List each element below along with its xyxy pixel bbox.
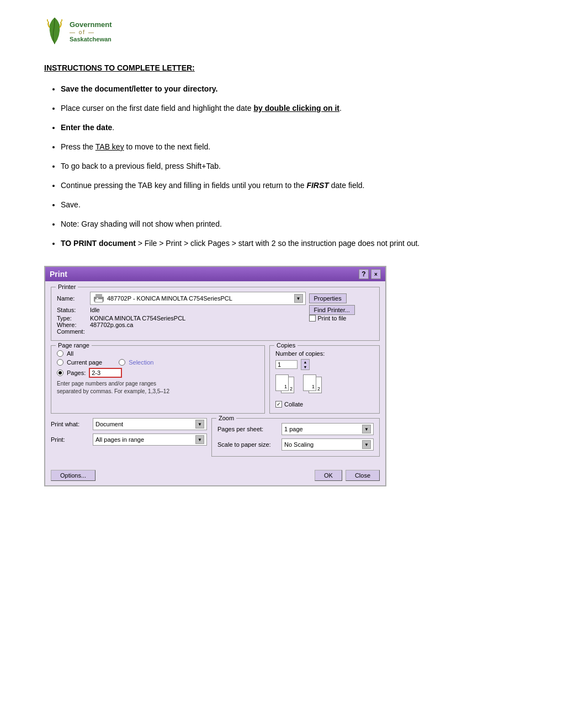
- print-row: Print: All pages in range ▼: [51, 433, 207, 446]
- item-6-emphasis: FIRST: [306, 181, 328, 190]
- page-range-label: Page range: [56, 342, 92, 349]
- close-dialog-button[interactable]: Close: [346, 470, 380, 481]
- printer-name-dropdown[interactable]: 487702P - KONICA MINOLTA C754SeriesPCL ▼: [90, 292, 306, 305]
- copy-icon-group-2: 2 1: [303, 374, 331, 397]
- print-what-label: Print what:: [51, 421, 89, 427]
- print-what-section: Print what: Document ▼ Print: All pages …: [51, 418, 207, 457]
- pages-per-sheet-arrow[interactable]: ▼: [362, 425, 371, 433]
- print-what-value: Document: [95, 421, 123, 427]
- comment-label: Comment:: [57, 328, 90, 335]
- collate-label: Collate: [284, 401, 303, 408]
- scale-value: No Scaling: [284, 441, 314, 448]
- list-item: Note: Gray shading will not show when pr…: [61, 218, 519, 230]
- copy-icon-group: 2 1 2 1: [275, 374, 331, 397]
- pages-row: Pages:: [57, 368, 259, 378]
- copies-group-label: Copies: [274, 342, 298, 349]
- item-4-emphasis: TAB key: [95, 142, 124, 151]
- pages-per-sheet-row: Pages per sheet: 1 page ▼: [217, 423, 374, 435]
- scale-label: Scale to paper size:: [217, 441, 278, 448]
- list-item: To go back to a previous field, press Sh…: [61, 160, 519, 172]
- titlebar-buttons: ? ×: [359, 269, 381, 279]
- spin-down[interactable]: ▼: [301, 365, 309, 370]
- pages-input-wrapper: [89, 368, 122, 378]
- pages-hint: Enter page numbers and/or page rangessep…: [57, 380, 259, 395]
- svg-rect-3: [97, 298, 98, 299]
- pages-radio[interactable]: [57, 370, 63, 376]
- dialog-titlebar: Print ? ×: [45, 267, 385, 281]
- all-label: All: [67, 350, 73, 357]
- status-value: Idle: [90, 305, 306, 315]
- print-what-dropdown[interactable]: Document ▼: [93, 418, 207, 430]
- pages-per-sheet-label: Pages per sheet:: [217, 426, 278, 432]
- print-to-file-label: Print to file: [318, 315, 347, 322]
- find-printer-button[interactable]: Find Printer...: [309, 305, 355, 315]
- printer-group: Printer Name: 487702P -: [51, 287, 380, 341]
- footer-buttons: OK Close: [315, 470, 380, 481]
- list-item: TO PRINT document > File > Print > click…: [61, 238, 519, 249]
- current-page-radio[interactable]: [57, 359, 63, 366]
- print-dropdown[interactable]: All pages in range ▼: [93, 433, 207, 446]
- where-label: Where:: [57, 322, 90, 328]
- zoom-group-label: Zoom: [216, 415, 236, 421]
- page-range-copies-row: Page range All Current page Selection: [51, 345, 380, 414]
- page-range-group: Page range All Current page Selection: [51, 345, 265, 414]
- copies-spinner[interactable]: ▲ ▼: [301, 359, 310, 370]
- print-to-file-checkbox[interactable]: [309, 315, 316, 322]
- item-9-emphasis: TO PRINT document: [61, 239, 136, 248]
- all-radio[interactable]: [57, 350, 63, 357]
- copies-input-row: ▲ ▼: [275, 359, 374, 370]
- list-item: Save the document/letter to your directo…: [61, 83, 519, 95]
- list-item: Place curser on the first date field and…: [61, 103, 519, 114]
- list-item: Save.: [61, 199, 519, 211]
- item-3-text: Enter the date: [61, 123, 112, 132]
- close-button[interactable]: ×: [371, 269, 381, 279]
- options-button[interactable]: Options...: [51, 470, 95, 481]
- name-label: Name:: [57, 292, 90, 305]
- dialog-footer: Options... OK Close: [45, 467, 385, 485]
- logo-text: Government — of — Saskatchewan: [70, 20, 112, 43]
- where-value: 487702p.gos.ca: [90, 322, 306, 328]
- printer-icon: [93, 293, 105, 303]
- properties-button[interactable]: Properties: [309, 293, 347, 303]
- pages-per-sheet-dropdown[interactable]: 1 page ▼: [282, 423, 374, 435]
- pages-input[interactable]: [92, 370, 119, 376]
- logo-icon: [44, 17, 65, 47]
- instructions-list: Save the document/letter to your directo…: [61, 83, 519, 249]
- current-page-radio-row: Current page: [57, 359, 102, 366]
- logo-of: — of —: [70, 29, 112, 36]
- svg-rect-2: [95, 299, 103, 302]
- copy-icons-area: 2 1 2 1: [275, 374, 374, 397]
- copies-input[interactable]: [275, 360, 298, 369]
- scale-row: Scale to paper size: No Scaling ▼: [217, 438, 374, 451]
- logo-area: Government — of — Saskatchewan: [44, 17, 519, 47]
- copies-group: Copies Number of copies: ▲ ▼: [269, 345, 380, 414]
- print-what-arrow[interactable]: ▼: [195, 420, 204, 429]
- list-item: Enter the date.: [61, 122, 519, 133]
- printer-dropdown-arrow[interactable]: ▼: [294, 294, 303, 303]
- scale-dropdown[interactable]: No Scaling ▼: [282, 438, 374, 451]
- svg-rect-1: [95, 294, 102, 297]
- print-dialog: Print ? × Printer Name:: [44, 266, 386, 486]
- selection-radio[interactable]: [119, 359, 125, 366]
- spin-up[interactable]: ▲: [301, 360, 309, 365]
- collate-checkbox[interactable]: [275, 401, 282, 408]
- dialog-body: Printer Name: 487702P -: [45, 281, 385, 467]
- print-label: Print:: [51, 436, 89, 443]
- pages-label: Pages:: [67, 370, 86, 376]
- list-item: Continue pressing the TAB key and fillin…: [61, 180, 519, 191]
- item-1-text: Save the document/letter to your directo…: [61, 84, 217, 93]
- print-arrow[interactable]: ▼: [195, 435, 204, 444]
- selection-label: Selection: [129, 359, 153, 366]
- help-button[interactable]: ?: [359, 269, 369, 279]
- print-what-row: Print what: Document ▼: [51, 418, 207, 430]
- status-label: Status:: [57, 305, 90, 315]
- scale-arrow[interactable]: ▼: [362, 440, 371, 449]
- type-label: Type:: [57, 315, 90, 322]
- list-item: Press the TAB key to move to the next fi…: [61, 141, 519, 153]
- logo-government: Government: [70, 20, 112, 29]
- zoom-group: Zoom Pages per sheet: 1 page ▼ Scale to …: [211, 418, 380, 457]
- copy-page-front: 1: [275, 374, 289, 391]
- instructions-heading: INSTRUCTIONS TO COMPLETE LETTER:: [44, 63, 519, 72]
- ok-button[interactable]: OK: [315, 470, 342, 481]
- pages-per-sheet-value: 1 page: [284, 426, 303, 432]
